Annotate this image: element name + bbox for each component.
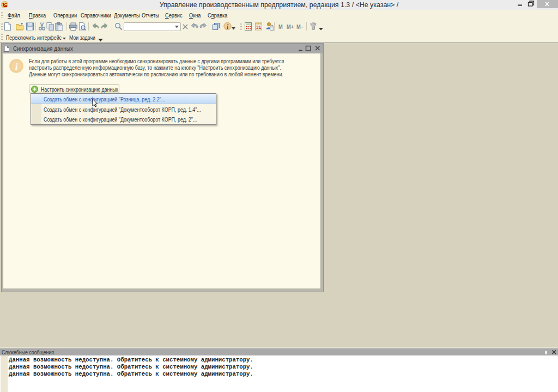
svg-text:31: 31 bbox=[256, 25, 262, 30]
svg-text:i: i bbox=[15, 62, 18, 72]
